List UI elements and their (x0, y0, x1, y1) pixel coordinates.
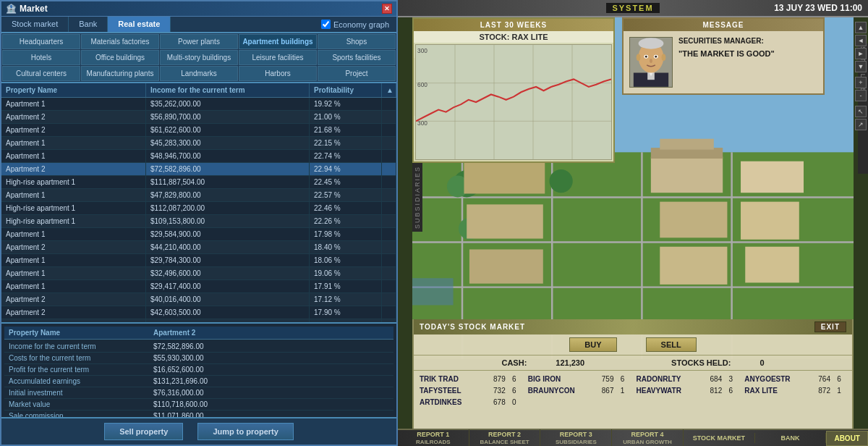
row-profit: 22.45 % (310, 176, 382, 188)
table-row[interactable]: High-rise apartment 1 $112,087,200.00 22… (1, 202, 396, 215)
nav-down-arrow[interactable]: ▼ (855, 61, 867, 72)
table-row[interactable]: Apartment 1 $47,829,800.00 22.57 % (1, 189, 396, 202)
row-profit: 19.92 % (310, 98, 382, 110)
row-profit: 21.68 % (310, 124, 382, 136)
stock-item-change: 0 (507, 398, 522, 406)
nav-zoom-in[interactable]: + (855, 77, 867, 88)
stock-item[interactable]: BRAUNYCON 867 1 (525, 385, 633, 396)
row-income: $29,784,300.00 (146, 254, 310, 266)
stock-market-report-button[interactable]: STOCK MARKET (684, 433, 755, 444)
stock-item[interactable]: RAX LITE 872 1 (741, 385, 849, 396)
cat-multi-story[interactable]: Multi-story buildings (160, 50, 238, 65)
row-name: High-rise apartment 1 (1, 215, 146, 227)
row-name: Apartment 2 (1, 306, 146, 319)
tab-real-estate[interactable]: Real estate (108, 17, 171, 32)
row-income: $45,283,300.00 (146, 137, 310, 149)
report4-button[interactable]: REPORT 4 URBAN GROWTH (612, 429, 684, 446)
jump-to-property-button[interactable]: Jump to property (197, 423, 293, 440)
stock-item[interactable]: ARTDINKES 678 0 (417, 397, 524, 408)
svg-rect-12 (741, 161, 804, 193)
report1-button[interactable]: REPORT 1 RAILROADS (398, 429, 469, 446)
bank-report-button[interactable]: BANK (755, 433, 827, 444)
stock-item[interactable]: ANYGOESTR 764 6 (741, 374, 849, 384)
row-action (382, 215, 396, 227)
cat-office-buildings[interactable]: Office buildings (81, 50, 159, 65)
tab-stock-market[interactable]: Stock market (1, 17, 69, 32)
detail-row: Income for the current term $72,582,896.… (4, 341, 393, 353)
table-row[interactable]: Apartment 2 $44,210,400.00 18.40 % (1, 241, 396, 254)
report2-button[interactable]: REPORT 2 BALANCE SHEET (469, 429, 541, 446)
table-row[interactable]: High-rise apartment 1 $111,887,504.00 22… (1, 176, 396, 189)
row-name: Apartment 1 (1, 280, 146, 293)
cat-apartment-buildings[interactable]: Apartment buildings (239, 34, 317, 49)
stock-item-name: ANYGOESTR (744, 375, 800, 383)
table-row[interactable]: Apartment 1 $29,584,900.00 17.98 % (1, 228, 396, 241)
buy-button[interactable]: BUY (569, 337, 616, 352)
row-action (382, 319, 396, 322)
cash-label: CASH: (501, 358, 527, 367)
nav-left-arrow[interactable]: ◄ (855, 35, 867, 46)
sell-button[interactable]: SELL (646, 337, 697, 352)
cat-materials-factories[interactable]: Materials factories (81, 34, 159, 49)
svg-point-41 (639, 38, 664, 49)
table-row[interactable]: High-rise apartment 1 $109,153,800.00 22… (1, 215, 396, 228)
stock-item-change: 6 (616, 375, 630, 383)
stock-item-price: 872 (801, 387, 830, 395)
cash-stocks-bar: CASH: 121,230 STOCKS HELD: 0 (414, 355, 852, 371)
stock-item[interactable]: HEAVYWATR 812 6 (634, 385, 741, 396)
property-table[interactable]: Property Name Income for the current ter… (1, 83, 396, 322)
table-row[interactable]: Apartment 1 $48,946,700.00 22.74 % (1, 150, 396, 163)
table-row[interactable]: Apartment 1 $35,262,000.00 19.92 % (1, 98, 396, 111)
row-profit: 21.12 % (310, 319, 382, 322)
nav-tl[interactable]: ↖ (855, 106, 867, 117)
row-action (382, 293, 396, 306)
nav-up-arrow[interactable]: ▲ (855, 22, 867, 33)
detail-row-label: Market value (4, 399, 149, 410)
svg-rect-14 (741, 202, 799, 240)
cat-landmarks[interactable]: Landmarks (160, 66, 238, 81)
nav-zoom-out[interactable]: - (855, 90, 867, 101)
tab-bar: Stock market Bank Real estate Economy gr… (1, 17, 396, 33)
cat-headquarters[interactable]: Headquarters (2, 34, 80, 49)
cat-cultural[interactable]: Cultural centers (2, 66, 80, 81)
tab-bank[interactable]: Bank (69, 17, 108, 32)
row-action (382, 202, 396, 214)
stock-item[interactable]: TAFYSTEEL 732 6 (417, 385, 524, 396)
stock-item[interactable]: BIG IRON 759 6 (525, 374, 633, 384)
exit-button[interactable]: EXIT (814, 321, 846, 332)
nav-tr[interactable]: ↗ (855, 119, 867, 130)
economy-graph-checkbox[interactable] (321, 20, 331, 29)
table-row[interactable]: Apartment 2 $40,016,400.00 17.12 % (1, 293, 396, 306)
cat-project[interactable]: Project (318, 66, 396, 81)
stock-item[interactable]: RADONRLTY 684 3 (634, 374, 741, 384)
table-row[interactable]: Apartment 2 $56,890,700.00 21.00 % (1, 111, 396, 124)
table-row[interactable]: Apartment 2 $72,582,896.00 22.94 % (1, 163, 396, 176)
date-time: 13 JUY 23 WED 11:00 (774, 3, 862, 13)
sell-property-button[interactable]: Sell property (104, 423, 183, 440)
about-button[interactable]: ABOUT (826, 431, 868, 446)
table-row[interactable]: Apartment 2 $57,954,800.00 21.12 % (1, 319, 396, 322)
svg-text:300: 300 (417, 46, 427, 54)
table-row[interactable]: Apartment 1 $29,417,400.00 17.91 % (1, 280, 396, 293)
row-profit: 22.94 % (310, 163, 382, 175)
detail-row-value: $76,316,000.00 (149, 387, 393, 398)
cat-sports[interactable]: Sports facilities (318, 50, 396, 65)
cat-leisure[interactable]: Leisure facilities (239, 50, 317, 65)
cat-shops[interactable]: Shops (318, 34, 396, 49)
row-profit: 18.06 % (310, 254, 382, 266)
detail-col-label: Property Name (4, 327, 149, 339)
table-row[interactable]: Apartment 2 $42,603,500.00 17.90 % (1, 306, 396, 319)
close-button[interactable]: ✕ (382, 4, 392, 14)
stock-item-change: 3 (723, 375, 738, 383)
table-row[interactable]: Apartment 1 $32,496,600.00 19.06 % (1, 267, 396, 280)
table-row[interactable]: Apartment 2 $61,622,600.00 21.68 % (1, 124, 396, 137)
cat-manufacturing[interactable]: Manufacturing plants (81, 66, 159, 81)
cat-power-plants[interactable]: Power plants (160, 34, 238, 49)
nav-right-arrow[interactable]: ► (855, 48, 867, 59)
cat-hotels[interactable]: Hotels (2, 50, 80, 65)
table-row[interactable]: Apartment 1 $29,784,300.00 18.06 % (1, 254, 396, 267)
stock-item[interactable]: TRIK TRAD 879 6 (417, 374, 524, 384)
cat-harbors[interactable]: Harbors (239, 66, 317, 81)
table-row[interactable]: Apartment 1 $45,283,300.00 22.15 % (1, 137, 396, 150)
report3-button[interactable]: REPORT 3 SUBSIDIARIES (540, 429, 612, 446)
